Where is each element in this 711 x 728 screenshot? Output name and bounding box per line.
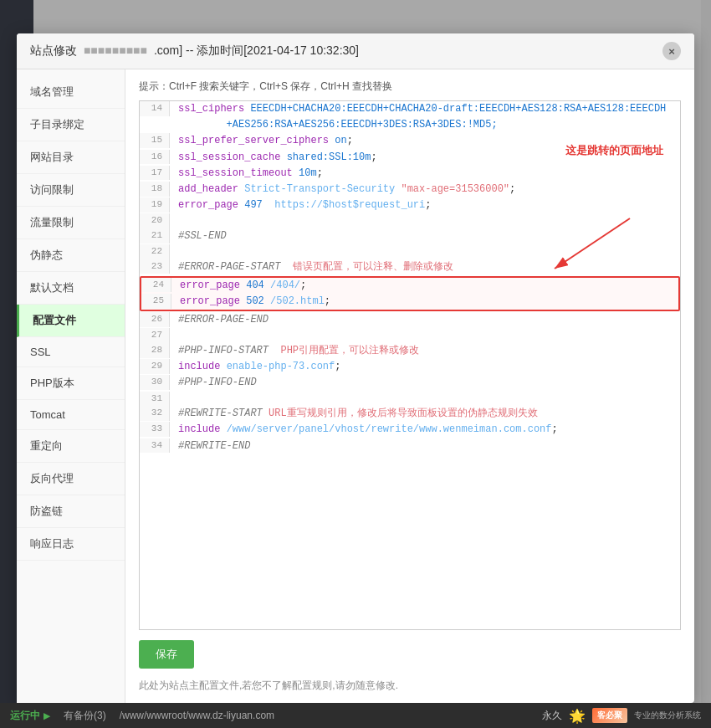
sidebar-item-domain[interactable]: 域名管理: [17, 76, 125, 109]
sidebar-item-php[interactable]: PHP版本: [17, 367, 125, 400]
code-line-21: 21 #SSL-END: [140, 228, 680, 244]
status-right: 永久 🌟 客必聚 专业的数分析系统: [542, 708, 701, 724]
logo-badge: 客必聚: [592, 708, 627, 723]
modal-overlay: 站点修改 ■■■■■■■■■ .com] -- 添加时间[2021-04-17 …: [0, 0, 711, 728]
error-page-highlight-box: 24 error_page 404 /404/; 25 error_page 5…: [140, 276, 680, 311]
status-path: /www/wwwroot/www.dz-liyuan.com: [120, 710, 274, 721]
sidebar-item-tomcat[interactable]: Tomcat: [17, 400, 125, 430]
sidebar-item-proxy[interactable]: 反向代理: [17, 463, 125, 495]
save-button[interactable]: 保存: [139, 640, 194, 669]
code-line-25: 25 error_page 502 /502.html;: [141, 294, 678, 310]
code-line-20: 20: [140, 213, 680, 228]
modal-title-suffix: .com] -- 添加时间[2021-04-17 10:32:30]: [154, 44, 359, 57]
modal-title-domain: ■■■■■■■■■: [84, 44, 147, 57]
modal-dialog: 站点修改 ■■■■■■■■■ .com] -- 添加时间[2021-04-17 …: [17, 33, 694, 703]
modal-header: 站点修改 ■■■■■■■■■ .com] -- 添加时间[2021-04-17 …: [17, 33, 694, 69]
sidebar-item-ssl[interactable]: SSL: [17, 337, 125, 367]
code-line-23: 23 #ERROR-PAGE-START 错误页配置，可以注释、删除或修改: [140, 259, 680, 275]
code-line-19: 19 error_page 497 https://$host$request_…: [140, 197, 680, 213]
code-line-27: 27: [140, 328, 680, 343]
code-line-14: 14 ssl_ciphers EEECDH+CHACHA20:EEECDH+CH…: [140, 101, 680, 117]
code-line-32: 32 #REWRITE-START URL重写规则引用，修改后将导致面板设置的伪…: [140, 406, 680, 422]
code-editor[interactable]: 14 ssl_ciphers EEECDH+CHACHA20:EEECDH+CH…: [139, 100, 681, 630]
footer-note: 此处为站点主配置文件,若您不了解配置规则,请勿随意修改.: [139, 679, 681, 693]
sidebar-item-pseudo[interactable]: 伪静态: [17, 239, 125, 272]
code-lines[interactable]: 14 ssl_ciphers EEECDH+CHACHA20:EEECDH+CH…: [140, 101, 680, 453]
modal-title-text: 站点修改: [30, 44, 77, 57]
code-line-15: 15 ssl_prefer_server_ciphers on;: [140, 133, 680, 149]
hint-bar: 提示：Ctrl+F 搜索关键字，Ctrl+S 保存，Ctrl+H 查找替换: [139, 79, 681, 94]
status-backup: 有备份(3): [64, 709, 106, 723]
sidebar-item-default[interactable]: 默认文档: [17, 272, 125, 305]
sidebar-item-log[interactable]: 响应日志: [17, 528, 125, 561]
code-line-24: 24 error_page 404 /404/;: [141, 278, 678, 294]
sidebar-item-redirect[interactable]: 重定向: [17, 430, 125, 463]
code-line-22: 22: [140, 244, 680, 259]
code-line-16: 16 ssl_session_cache shared:SSL:10m;: [140, 150, 680, 166]
code-line-33: 33 include /www/server/panel/vhost/rewri…: [140, 422, 680, 438]
sidebar-item-config[interactable]: 配置文件: [17, 305, 125, 337]
status-bar: 运行中 有备份(3) /www/wwwroot/www.dz-liyuan.co…: [0, 703, 711, 728]
status-left: 运行中 有备份(3) /www/wwwroot/www.dz-liyuan.co…: [10, 709, 274, 723]
modal-title: 站点修改 ■■■■■■■■■ .com] -- 添加时间[2021-04-17 …: [30, 44, 359, 59]
code-line-29: 29 include enable-php-73.conf;: [140, 359, 680, 375]
code-line-18: 18 add_header Strict-Transport-Security …: [140, 182, 680, 197]
code-line-30: 30 #PHP-INFO-END: [140, 375, 680, 391]
code-line-14b: +AES256:RSA+AES256:EEECDH+3DES:RSA+3DES:…: [140, 117, 680, 133]
code-line-34: 34 #REWRITE-END: [140, 438, 680, 453]
sidebar-item-subdir[interactable]: 子目录绑定: [17, 109, 125, 141]
sidebar-item-hotlink[interactable]: 防盗链: [17, 495, 125, 528]
logo-sub: 专业的数分析系统: [634, 710, 701, 721]
code-line-28: 28 #PHP-INFO-START PHP引用配置，可以注释或修改: [140, 343, 680, 359]
modal-body: 域名管理 子目录绑定 网站目录 访问限制 流量限制 伪静态 默认文档 配置文件 …: [17, 69, 694, 703]
content-area: 提示：Ctrl+F 搜索关键字，Ctrl+S 保存，Ctrl+H 查找替换 14…: [125, 69, 694, 703]
status-running: 运行中: [10, 709, 50, 723]
modal-close-button[interactable]: ×: [662, 42, 681, 60]
code-line-26: 26 #ERROR-PAGE-END: [140, 312, 680, 328]
sidebar-item-traffic[interactable]: 流量限制: [17, 207, 125, 239]
code-line-17: 17 ssl_session_timeout 10m;: [140, 166, 680, 182]
code-line-31: 31: [140, 392, 680, 407]
status-permanent: 永久: [542, 709, 562, 723]
sidebar-item-access[interactable]: 访问限制: [17, 174, 125, 207]
sidebar: 域名管理 子目录绑定 网站目录 访问限制 流量限制 伪静态 默认文档 配置文件 …: [17, 69, 125, 703]
sidebar-item-webroot[interactable]: 网站目录: [17, 141, 125, 174]
